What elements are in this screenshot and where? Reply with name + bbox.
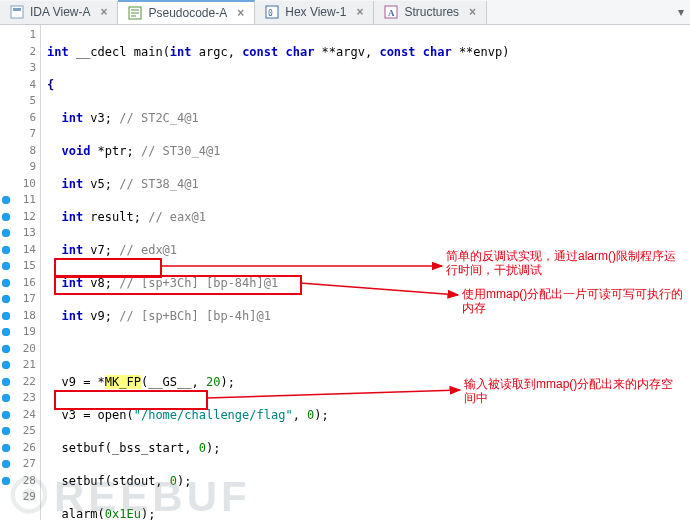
line-number: 22 [23,375,36,388]
code-line[interactable] [47,341,690,358]
gutter-line[interactable]: 24 [0,407,36,424]
structures-icon: A [384,5,398,19]
watermark: ⦿REEBUF [8,473,251,520]
breakpoint-dot-icon[interactable] [2,213,10,221]
line-number: 16 [23,276,36,289]
gutter-line[interactable]: 22 [0,374,36,391]
breakpoint-dot-icon[interactable] [2,345,10,353]
breakpoint-dot-icon[interactable] [2,246,10,254]
close-icon[interactable]: × [469,5,476,19]
line-number: 8 [29,144,36,157]
line-number: 1 [29,28,36,41]
line-number: 21 [23,358,36,371]
line-number: 2 [29,45,36,58]
code-line[interactable]: int __cdecl main(int argc, const char **… [47,44,690,61]
line-number: 18 [23,309,36,322]
gutter-line[interactable]: 2 [0,44,36,61]
gutter-line[interactable]: 27 [0,456,36,473]
code-line[interactable]: v3 = open("/home/challenge/flag", 0); [47,407,690,424]
gutter-line[interactable]: 1 [0,27,36,44]
code-area: 1234567891011121314151617181920212223242… [0,25,690,520]
code-line[interactable]: { [47,77,690,94]
line-number: 5 [29,94,36,107]
gutter-line[interactable]: 17 [0,291,36,308]
line-number: 3 [29,61,36,74]
tab-hex-view[interactable]: 0 Hex View-1 × [255,1,374,24]
code-line[interactable]: int v5; // ST38_4@1 [47,176,690,193]
breakpoint-dot-icon[interactable] [2,411,10,419]
breakpoint-dot-icon[interactable] [2,312,10,320]
line-number: 17 [23,292,36,305]
close-icon[interactable]: × [100,5,107,19]
line-number: 14 [23,243,36,256]
gutter-line[interactable]: 10 [0,176,36,193]
line-gutter[interactable]: 1234567891011121314151617181920212223242… [0,25,41,520]
gutter-line[interactable]: 21 [0,357,36,374]
gutter-line[interactable]: 14 [0,242,36,259]
breakpoint-dot-icon[interactable] [2,427,10,435]
breakpoint-dot-icon[interactable] [2,229,10,237]
gutter-line[interactable]: 16 [0,275,36,292]
annotation-text-read: 输入被读取到mmap()分配出来的内存空 间中 [464,377,673,405]
gutter-line[interactable]: 19 [0,324,36,341]
gutter-line[interactable]: 23 [0,390,36,407]
breakpoint-dot-icon[interactable] [2,328,10,336]
line-number: 4 [29,78,36,91]
breakpoint-dot-icon[interactable] [2,460,10,468]
gutter-line[interactable]: 5 [0,93,36,110]
breakpoint-dot-icon[interactable] [2,361,10,369]
line-number: 6 [29,111,36,124]
breakpoint-dot-icon[interactable] [2,394,10,402]
tab-label: Structures [404,5,459,19]
gutter-line[interactable]: 13 [0,225,36,242]
tab-overflow-dropdown[interactable]: ▾ [672,5,690,19]
breakpoint-dot-icon[interactable] [2,295,10,303]
line-number: 20 [23,342,36,355]
gutter-line[interactable]: 26 [0,440,36,457]
tab-pseudocode[interactable]: Pseudocode-A × [118,0,255,24]
tab-structures[interactable]: A Structures × [374,1,487,24]
line-number: 23 [23,391,36,404]
gutter-line[interactable]: 6 [0,110,36,127]
gutter-line[interactable]: 11 [0,192,36,209]
line-number: 7 [29,127,36,140]
annotation-text-mmap: 使用mmap()分配出一片可读可写可执行的 内存 [462,287,683,315]
close-icon[interactable]: × [237,6,244,20]
tab-ida-view[interactable]: IDA View-A × [0,1,118,24]
svg-rect-0 [11,6,23,18]
svg-rect-1 [13,8,21,11]
tab-bar: IDA View-A × Pseudocode-A × 0 Hex View-1… [0,0,690,25]
svg-text:A: A [388,8,395,18]
line-number: 26 [23,441,36,454]
tab-label: Hex View-1 [285,5,346,19]
gutter-line[interactable]: 18 [0,308,36,325]
hex-view-icon: 0 [265,5,279,19]
code-line[interactable]: void *ptr; // ST30_4@1 [47,143,690,160]
keyword: int [47,45,69,59]
breakpoint-dot-icon[interactable] [2,378,10,386]
breakpoint-dot-icon[interactable] [2,196,10,204]
tab-label: IDA View-A [30,5,90,19]
close-icon[interactable]: × [356,5,363,19]
svg-text:0: 0 [268,9,273,18]
breakpoint-dot-icon[interactable] [2,262,10,270]
line-number: 11 [23,193,36,206]
gutter-line[interactable]: 20 [0,341,36,358]
line-number: 12 [23,210,36,223]
gutter-line[interactable]: 25 [0,423,36,440]
gutter-line[interactable]: 9 [0,159,36,176]
line-number: 27 [23,457,36,470]
code-line[interactable]: int v3; // ST2C_4@1 [47,110,690,127]
gutter-line[interactable]: 12 [0,209,36,226]
gutter-line[interactable]: 3 [0,60,36,77]
breakpoint-dot-icon[interactable] [2,444,10,452]
gutter-line[interactable]: 4 [0,77,36,94]
breakpoint-dot-icon[interactable] [2,279,10,287]
gutter-line[interactable]: 7 [0,126,36,143]
code-line[interactable]: int result; // eax@1 [47,209,690,226]
gutter-line[interactable]: 8 [0,143,36,160]
gutter-line[interactable]: 15 [0,258,36,275]
annotation-text-alarm: 简单的反调试实现，通过alarm()限制程序运 行时间，干扰调试 [446,249,676,277]
code-line[interactable]: setbuf(_bss_start, 0); [47,440,690,457]
ida-view-icon [10,5,24,19]
